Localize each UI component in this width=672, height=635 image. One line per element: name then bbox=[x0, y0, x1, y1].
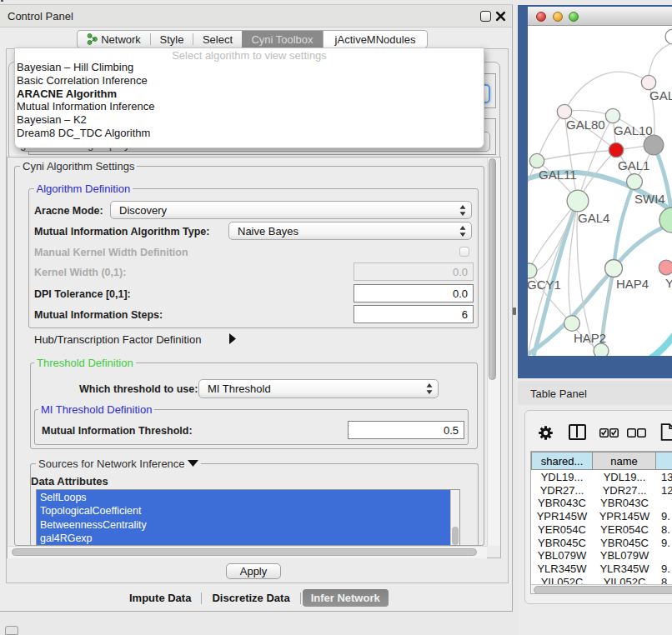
svg-text:HAP4: HAP4 bbox=[616, 277, 649, 291]
svg-text:SWI4: SWI4 bbox=[634, 192, 665, 206]
svg-text:GAL11: GAL11 bbox=[539, 168, 577, 182]
svg-text:Y: Y bbox=[665, 276, 672, 290]
svg-text:GAL10: GAL10 bbox=[614, 123, 653, 138]
svg-text:GAL1: GAL1 bbox=[618, 158, 649, 172]
svg-text:HAP2: HAP2 bbox=[574, 331, 606, 345]
svg-text:GAL8: GAL8 bbox=[649, 88, 672, 102]
svg-text:GCY1: GCY1 bbox=[528, 278, 561, 292]
svg-text:GAL4: GAL4 bbox=[578, 211, 609, 225]
svg-text:GAL80: GAL80 bbox=[566, 118, 605, 132]
